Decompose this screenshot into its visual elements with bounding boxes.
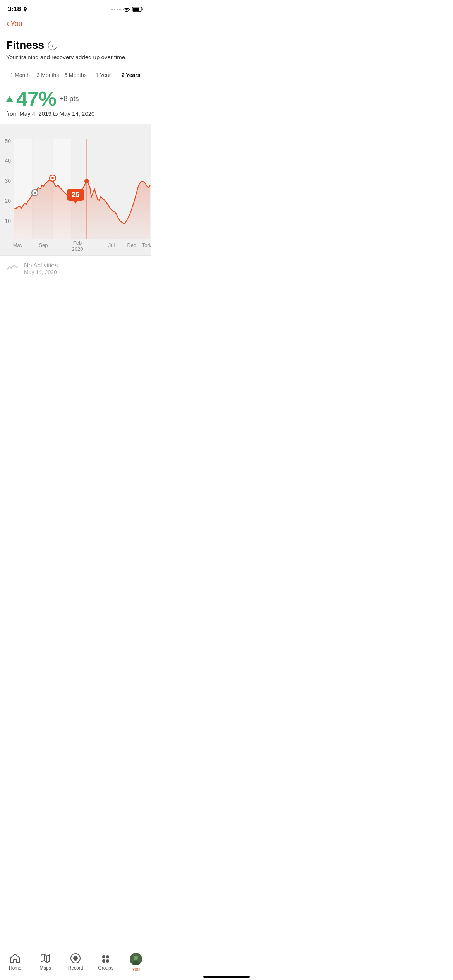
- svg-text:May: May: [13, 242, 23, 248]
- page-header: Fitness i Your training and recovery add…: [0, 31, 151, 64]
- svg-text:Jul: Jul: [108, 242, 115, 248]
- back-label: You: [10, 20, 22, 28]
- svg-text:50: 50: [5, 138, 11, 144]
- wifi-icon: [123, 7, 130, 12]
- fitness-chart[interactable]: 50 40 30 20 10 May Sep Feb 2020 Jul Dec …: [0, 124, 151, 255]
- time-tabs: 1 Month 3 Months 6 Months 1 Year 2 Years: [6, 64, 145, 82]
- battery-icon: [132, 7, 143, 12]
- status-time: 3:18: [8, 5, 28, 13]
- signal-dots: [111, 9, 121, 10]
- svg-text:10: 10: [5, 218, 11, 224]
- svg-text:30: 30: [5, 178, 11, 184]
- svg-point-13: [51, 177, 54, 179]
- page-subtitle: Your training and recovery added up over…: [6, 54, 145, 60]
- tab-1month[interactable]: 1 Month: [6, 69, 34, 82]
- tab-1year[interactable]: 1 Year: [89, 69, 117, 82]
- activity-row: No Activities May 14, 2020: [0, 255, 151, 281]
- stat-pts: +8 pts: [60, 95, 79, 103]
- svg-text:Sep: Sep: [39, 242, 48, 248]
- svg-text:Feb: Feb: [73, 240, 82, 246]
- chart-tooltip: 25: [67, 189, 84, 201]
- svg-text:2020: 2020: [72, 246, 83, 252]
- back-chevron-icon: ‹: [6, 19, 9, 28]
- svg-text:Dec: Dec: [127, 242, 136, 248]
- status-bar: 3:18: [0, 0, 151, 16]
- svg-text:20: 20: [5, 198, 11, 204]
- stat-percent: 47%: [16, 89, 57, 109]
- activity-title: No Activities: [24, 262, 145, 269]
- info-icon[interactable]: i: [48, 41, 57, 50]
- trend-up-icon: [6, 96, 13, 102]
- tab-6months[interactable]: 6 Months: [62, 69, 89, 82]
- stats-section: 47% +8 pts from May 4, 2019 to May 14, 2…: [0, 82, 151, 120]
- stat-main: 47% +8 pts: [6, 89, 145, 109]
- svg-rect-2: [133, 8, 139, 11]
- activity-date: May 14, 2020: [24, 269, 145, 275]
- svg-point-16: [84, 179, 89, 183]
- status-icons: [111, 7, 143, 12]
- page-title: Fitness: [6, 39, 44, 51]
- tab-2years[interactable]: 2 Years: [117, 69, 145, 82]
- stat-date-range: from May 4, 2019 to May 14, 2020: [6, 110, 145, 117]
- activity-icon: [6, 262, 19, 275]
- svg-rect-1: [142, 8, 143, 10]
- title-row: Fitness i: [6, 39, 145, 51]
- back-button[interactable]: ‹ You: [0, 16, 151, 31]
- svg-text:Today: Today: [142, 242, 151, 248]
- tab-3months[interactable]: 3 Months: [34, 69, 62, 82]
- activity-info: No Activities May 14, 2020: [24, 262, 145, 275]
- location-icon: [22, 7, 28, 12]
- svg-point-15: [34, 192, 36, 194]
- svg-text:40: 40: [5, 158, 11, 164]
